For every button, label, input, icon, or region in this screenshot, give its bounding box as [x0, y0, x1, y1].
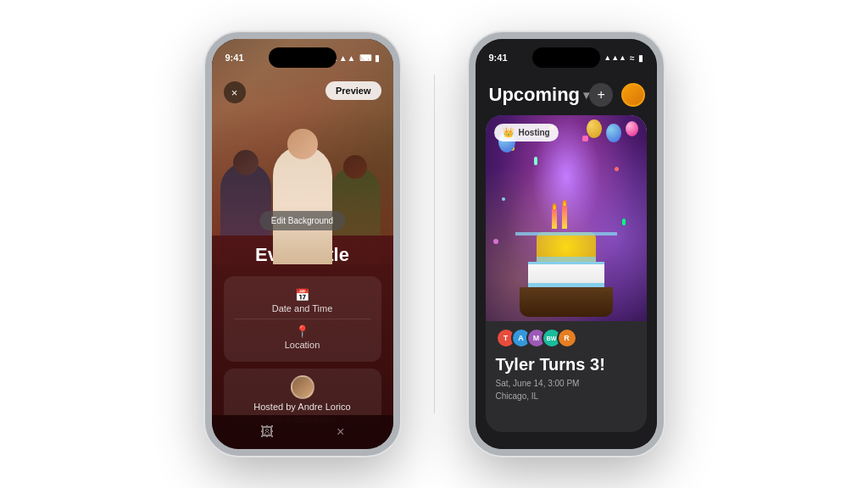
event-card[interactable]: 👑 Hosting T A M BW R Tyler Turns 3! Sat,…	[486, 115, 647, 432]
phone-1: 9:41 ▲▲▲ ⌨ ▮	[205, 32, 400, 456]
signal-icon-2: ▲▲▲	[604, 53, 626, 62]
person-center	[273, 146, 332, 264]
status-icons-2: ▲▲▲ ≈ ▮	[604, 53, 643, 63]
upcoming-header: Upcoming ▾ +	[476, 76, 657, 114]
hosting-label: Hosting	[519, 128, 550, 137]
location-icon: 📍	[295, 324, 309, 338]
crown-icon: 👑	[503, 127, 515, 138]
upcoming-title-group[interactable]: Upcoming ▾	[489, 84, 590, 106]
date-time-label: Date and Time	[272, 303, 333, 313]
edit-background-button[interactable]: Edit Background	[259, 211, 345, 230]
event-location: Chicago, IL	[496, 390, 637, 402]
balloon-pink	[626, 121, 638, 136]
status-icons-1: ▲▲▲ ⌨ ▮	[331, 53, 380, 63]
event-info: T A M BW R Tyler Turns 3! Sat, June 14, …	[486, 321, 647, 411]
header-actions: +	[589, 83, 645, 107]
birthday-cake	[515, 232, 617, 317]
chevron-down-icon: ▾	[583, 88, 589, 102]
location-row[interactable]: 📍 Location	[234, 319, 371, 355]
wifi-icon: ⌨	[359, 53, 371, 63]
dismiss-icon[interactable]: ×	[337, 424, 344, 440]
date-location-card: 📅 Date and Time 📍 Location	[224, 276, 381, 362]
hosting-badge: 👑 Hosting	[494, 124, 559, 141]
phone-divider	[434, 75, 435, 413]
dynamic-island-2	[532, 47, 600, 68]
phone-2: 9:41 ▲▲▲ ≈ ▮ Upcoming ▾ +	[469, 32, 664, 456]
host-avatar	[291, 375, 314, 399]
balloon-blue	[606, 124, 621, 142]
balloons	[587, 119, 638, 142]
battery-icon-2: ▮	[638, 53, 643, 63]
balloon-gold	[587, 119, 602, 138]
host-name: Hosted by Andre Lorico	[253, 402, 350, 412]
attendee-5: R	[557, 328, 577, 348]
time-1: 9:41	[225, 53, 244, 63]
wifi-icon-2: ≈	[630, 53, 635, 63]
user-avatar-button[interactable]	[621, 83, 645, 107]
upcoming-label: Upcoming	[489, 84, 581, 106]
event-name[interactable]: Tyler Turns 3!	[496, 355, 637, 374]
close-button[interactable]: ×	[224, 81, 246, 103]
event-date: Sat, June 14, 3:00 PM	[496, 377, 637, 390]
phone2-bottom-bar	[476, 432, 657, 449]
attendee-avatars: T A M BW R	[496, 328, 637, 348]
location-label: Location	[285, 340, 320, 350]
event-card-image: 👑 Hosting	[486, 115, 647, 321]
time-2: 9:41	[489, 53, 508, 63]
date-time-row[interactable]: 📅 Date and Time	[234, 283, 371, 319]
gallery-icon[interactable]: 🖼	[260, 424, 274, 440]
add-event-button[interactable]: +	[589, 83, 613, 107]
preview-button[interactable]: Preview	[326, 81, 381, 100]
dynamic-island-1	[269, 47, 337, 68]
battery-icon: ▮	[375, 53, 380, 63]
bottom-toolbar: 🖼 ×	[212, 415, 393, 449]
calendar-icon: 📅	[295, 288, 309, 302]
